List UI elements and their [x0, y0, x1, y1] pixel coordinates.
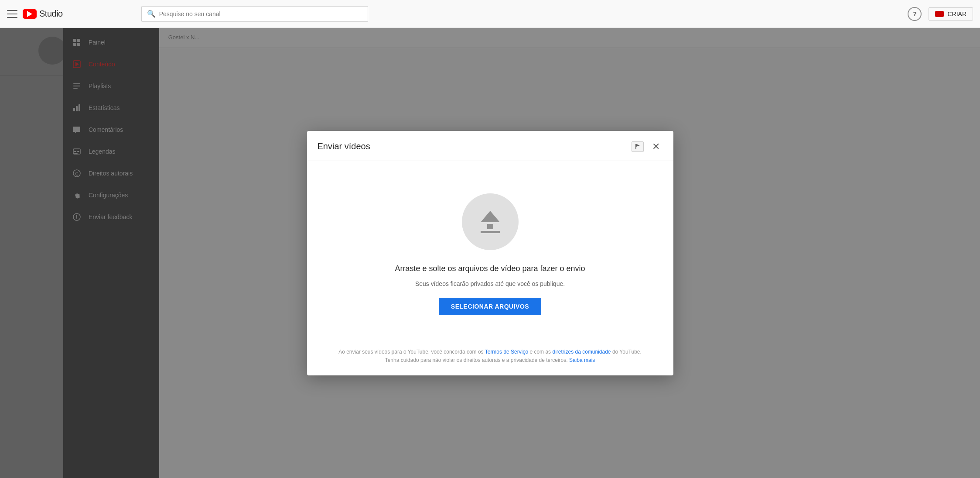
- topbar: Studio 🔍 ? CRIAR: [0, 0, 980, 28]
- svg-marker-21: [636, 144, 640, 147]
- dialog-header-actions: ✕: [632, 140, 663, 154]
- upload-main-text: Arraste e solte os arquivos de vídeo par…: [395, 264, 585, 273]
- learn-more-link[interactable]: Saiba mais: [569, 357, 595, 363]
- dialog-body: Arraste e solte os arquivos de vídeo par…: [307, 161, 673, 340]
- studio-label: Studio: [39, 9, 63, 19]
- footer-text3: do YouTube.: [612, 349, 642, 355]
- help-button[interactable]: ?: [908, 7, 922, 21]
- dialog-close-button[interactable]: ✕: [649, 140, 663, 154]
- arrow-up: [481, 211, 500, 222]
- dialog-header: Enviar vídeos ✕: [307, 131, 673, 161]
- search-icon: 🔍: [147, 10, 156, 18]
- footer-text4: Tenha cuidado para não violar os direito…: [385, 357, 569, 363]
- dialog-backdrop: Enviar vídeos ✕ Arraste e: [0, 28, 980, 478]
- svg-rect-20: [635, 144, 636, 149]
- upload-circle: [462, 193, 519, 250]
- upload-sub-text: Seus vídeos ficarão privados até que voc…: [415, 280, 565, 287]
- upload-arrow-icon: [481, 211, 500, 233]
- select-files-button[interactable]: SELECIONAR ARQUIVOS: [439, 298, 541, 315]
- arrow-stem: [487, 224, 493, 229]
- menu-icon[interactable]: [7, 9, 17, 19]
- search-input[interactable]: [159, 10, 362, 17]
- yt-logo: Studio: [23, 9, 63, 19]
- topbar-left: Studio: [7, 9, 63, 19]
- criar-button[interactable]: CRIAR: [929, 7, 973, 21]
- topbar-right: ? CRIAR: [908, 7, 973, 21]
- dialog-title: Enviar vídeos: [318, 141, 370, 151]
- dialog-footer: Ao enviar seus vídeos para o YouTube, vo…: [307, 339, 673, 375]
- footer-line-2: Tenha cuidado para não violar os direito…: [318, 356, 663, 365]
- criar-label: CRIAR: [947, 10, 966, 17]
- footer-line-1: Ao enviar seus vídeos para o YouTube, vo…: [318, 348, 663, 356]
- arrow-base: [481, 231, 500, 233]
- terms-link[interactable]: Termos de Serviço: [485, 349, 528, 355]
- upload-dialog: Enviar vídeos ✕ Arraste e: [307, 131, 673, 375]
- search-bar[interactable]: 🔍: [141, 6, 368, 22]
- dialog-flag-button[interactable]: [632, 141, 644, 152]
- footer-text2: e com as: [529, 349, 552, 355]
- criar-video-icon: [935, 11, 944, 17]
- youtube-icon: [23, 9, 37, 19]
- community-link[interactable]: diretrizes da comunidade: [552, 349, 611, 355]
- footer-text1: Ao enviar seus vídeos para o YouTube, vo…: [338, 349, 485, 355]
